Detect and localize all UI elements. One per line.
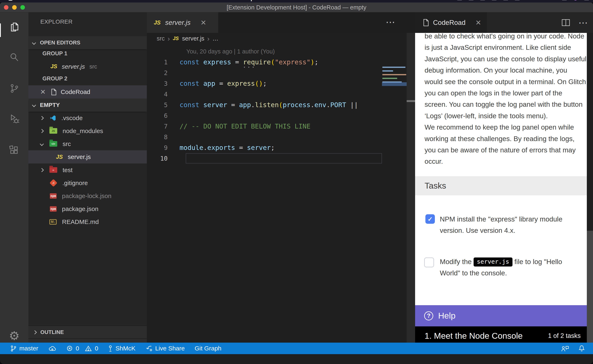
task-checkbox-checked[interactable]: ✓ <box>425 214 435 224</box>
editor-actions-more-button[interactable]: ⋯ <box>386 12 396 33</box>
menu-item[interactable]: View <box>115 0 137 1</box>
tutorial-paragraph: We recommend to keep the log panel open … <box>425 122 586 167</box>
code-line[interactable]: 2 <box>147 67 415 78</box>
menu-item[interactable]: File <box>42 0 61 1</box>
code-token: "express" <box>275 58 310 66</box>
open-editor-item-serverjs[interactable]: JS server.js src <box>28 60 147 73</box>
tab-coderoad[interactable]: CodeRoad ✕ <box>415 12 487 33</box>
tree-item-src[interactable]: </> src <box>28 137 147 150</box>
live-share-button[interactable]: Live Share <box>145 345 185 352</box>
editor-group-label: GROUP 1 <box>28 47 147 60</box>
settings-gear-button[interactable]: ⚙ <box>0 327 28 345</box>
code-token: ( <box>279 101 283 109</box>
menu-item[interactable]: Terminal <box>174 0 207 1</box>
code-line[interactable]: 5const server = app.listen(process.env.P… <box>147 99 415 110</box>
tree-item-package-lock[interactable]: npm package-lock.json <box>28 189 147 202</box>
menu-item[interactable]: Edit <box>60 0 80 1</box>
panel-scrollbar-thumb[interactable] <box>587 231 593 344</box>
account-status[interactable]: ShMcK <box>108 345 135 352</box>
tree-item-serverjs[interactable]: JS server.js <box>28 150 147 163</box>
menubar-status-icon[interactable] <box>480 0 485 0</box>
tab-serverjs[interactable]: JS server.js ✕ <box>147 12 218 33</box>
feedback-icon[interactable] <box>561 345 569 352</box>
chevron-right-icon <box>33 330 37 334</box>
notifications-bell-icon[interactable] <box>579 345 585 352</box>
code-line[interactable]: 6 <box>147 110 415 121</box>
problems-status[interactable]: 0 0 <box>66 345 98 352</box>
explorer-sidebar: EXPLORER OPEN EDITORS GROUP 1 JS server.… <box>28 12 147 352</box>
menu-item[interactable]: Help <box>237 0 259 1</box>
breadcrumb[interactable]: src › JS server.js › … <box>147 33 415 44</box>
minimap-line <box>382 74 406 75</box>
task-2-text: Modify the server.js file to log "Hello … <box>440 256 584 279</box>
menu-item[interactable]: Run <box>154 0 174 1</box>
sidebar-item-run-debug[interactable] <box>0 109 28 128</box>
menu-items: CodeFileEditSelectionViewGoRunTerminalWi… <box>18 0 259 1</box>
line-number: 9 <box>147 144 174 151</box>
close-icon[interactable]: ✕ <box>200 19 207 27</box>
code-editor[interactable]: You, 20 days ago | 1 author (You) 1const… <box>147 44 415 352</box>
task-1-text: NPM install the "express" library module… <box>440 214 576 236</box>
menubar-status-icon[interactable] <box>468 0 474 0</box>
menu-item[interactable]: Selection <box>80 0 115 1</box>
spotlight-search-icon[interactable] <box>562 0 567 0</box>
code-line[interactable]: 8 <box>147 132 415 142</box>
code-line[interactable]: 4 <box>147 89 415 99</box>
breadcrumb-symbol[interactable]: … <box>213 35 219 42</box>
help-accordion[interactable]: ? Help <box>415 305 587 326</box>
tree-item-vscode[interactable]: .vscode <box>28 111 147 124</box>
close-icon[interactable]: ✕ <box>475 19 481 27</box>
editor-panel-divider[interactable] <box>407 33 415 352</box>
tree-item-node-modules[interactable]: JS node_modules <box>28 124 147 137</box>
open-editor-item-coderoad[interactable]: ✕ CodeRoad <box>28 85 147 98</box>
code-token: // -- DO NOT EDIT BELOW THIS LINE <box>180 122 311 130</box>
sync-changes-button[interactable] <box>48 345 56 352</box>
code-token: ; <box>314 58 318 66</box>
close-icon[interactable]: ✕ <box>40 88 46 96</box>
help-question-icon: ? <box>424 311 433 320</box>
outline-section-header[interactable]: OUTLINE <box>28 325 147 338</box>
window-title: [Extension Development Host] - CodeRoad … <box>0 2 593 12</box>
code-line[interactable]: 3const app = express(); <box>147 78 415 89</box>
sidebar-item-search[interactable] <box>0 48 28 66</box>
tasks-section-header: Tasks <box>415 176 587 195</box>
menu-item[interactable]: Code <box>18 0 42 1</box>
git-graph-button[interactable]: Git Graph <box>195 345 221 352</box>
menubar-status-icon[interactable] <box>457 0 462 0</box>
breadcrumb-folder[interactable]: src <box>157 35 165 42</box>
breadcrumb-file[interactable]: server.js <box>182 35 204 42</box>
menu-item[interactable]: Window <box>207 0 237 1</box>
code-line[interactable]: 9module.exports = server; <box>147 142 415 153</box>
code-line[interactable]: 10 <box>147 153 415 164</box>
code-token: server <box>247 144 271 152</box>
tree-item-readme[interactable]: M↓ README.md <box>28 215 147 228</box>
panel-more-actions-button[interactable]: ⋯ <box>578 13 588 32</box>
battery-icon[interactable] <box>514 0 520 0</box>
tree-item-test[interactable]: ⌯ test <box>28 163 147 176</box>
open-editor-filename: server.js <box>62 63 85 70</box>
scrollbar-thumb[interactable] <box>407 100 415 102</box>
menubar-clock[interactable]: Sat 9:43 PM <box>526 0 555 1</box>
siri-icon[interactable] <box>573 0 578 0</box>
git-branch-status[interactable]: master <box>10 345 38 352</box>
tree-item-gitignore[interactable]: ⑁ .gitignore <box>28 176 147 189</box>
tree-item-label: node_modules <box>63 128 103 135</box>
line-number: 1 <box>147 58 174 66</box>
js-file-icon: JS <box>154 20 161 26</box>
menu-item[interactable]: Go <box>137 0 154 1</box>
code-line[interactable]: 7// -- DO NOT EDIT BELOW THIS LINE <box>147 121 415 132</box>
sidebar-item-explorer[interactable] <box>0 18 28 36</box>
menubar-status-icon[interactable] <box>503 0 508 0</box>
folder-section-header[interactable]: EMPTY <box>28 98 147 112</box>
sidebar-item-extensions[interactable] <box>0 141 28 160</box>
control-center-icon[interactable] <box>584 0 589 0</box>
split-editor-icon[interactable] <box>561 19 570 26</box>
gear-icon: ⚙ <box>9 330 20 342</box>
vscode-window: CodeFileEditSelectionViewGoRunTerminalWi… <box>0 0 593 364</box>
code-line[interactable]: 1const express = require("express"); <box>147 57 415 67</box>
sidebar-item-source-control[interactable] <box>0 79 28 98</box>
menubar-status-icon[interactable] <box>492 0 497 0</box>
apple-menu-icon[interactable] <box>8 0 13 1</box>
task-checkbox-unchecked[interactable] <box>424 258 434 267</box>
tree-item-package-json[interactable]: npm package.json <box>28 202 147 215</box>
